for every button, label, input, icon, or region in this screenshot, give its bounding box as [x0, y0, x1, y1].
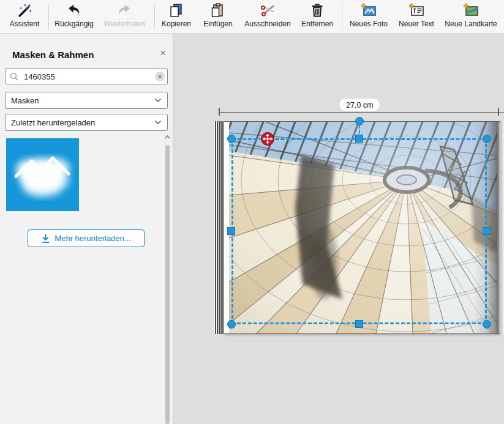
download-more-button[interactable]: Mehr herunterladen...	[28, 229, 145, 247]
ruler-tick-right	[498, 108, 499, 116]
paste-label: Einfügen	[203, 20, 232, 28]
trash-icon	[309, 2, 325, 19]
delete-button[interactable]: Entfernen	[298, 2, 337, 31]
masks-frames-panel: Masken & Rahmen × × Masken Zuletzt herun…	[0, 34, 173, 424]
delete-label: Entfernen	[301, 20, 333, 28]
cut-label: Ausschneiden	[244, 20, 290, 28]
panel-title: Masken & Rahmen	[12, 50, 94, 60]
handle-left-middle[interactable]	[227, 227, 235, 235]
toolbar: Assistent Rückgängig Wiederholen	[0, 0, 504, 34]
toolbar-separator	[154, 4, 155, 29]
new-photo-icon	[360, 2, 377, 19]
search-icon	[10, 72, 18, 81]
redo-button[interactable]: Wiederholen	[99, 2, 149, 31]
paste-icon	[210, 2, 226, 19]
handle-right-middle[interactable]	[483, 227, 491, 235]
redo-label: Wiederholen	[103, 20, 145, 28]
search-input[interactable]	[23, 72, 155, 82]
toolbar-separator	[48, 4, 49, 29]
handle-bottom-right[interactable]	[483, 320, 491, 329]
handle-top-left[interactable]	[227, 135, 236, 143]
copy-label: Kopieren	[162, 20, 191, 28]
app-window: Assistent Rückgängig Wiederholen	[0, 0, 504, 424]
undo-button[interactable]: Rückgängig	[51, 2, 97, 31]
new-photo-button[interactable]: Neues Foto	[347, 2, 391, 31]
search-box: ×	[5, 69, 168, 84]
new-text-label: Neuer Text	[399, 20, 434, 28]
chevron-down-icon	[154, 120, 162, 125]
scrollbar-thumb[interactable]	[165, 145, 170, 424]
new-map-button[interactable]: Neue Landkarte	[442, 2, 500, 31]
next-page-edge	[500, 121, 504, 334]
sort-dropdown[interactable]: Zuletzt heruntergeladen	[5, 114, 168, 131]
assistant-label: Assistent	[10, 20, 40, 28]
page-width-label: 27,0 cm	[339, 98, 380, 112]
assistant-button[interactable]: Assistent	[5, 2, 44, 31]
category-dropdown[interactable]: Masken	[5, 92, 168, 109]
handle-bottom-left[interactable]	[227, 320, 236, 329]
scroll-up-icon[interactable]	[164, 133, 171, 141]
copy-button[interactable]: Kopieren	[158, 2, 195, 31]
copy-icon	[168, 2, 184, 19]
paste-button[interactable]: Einfügen	[198, 2, 238, 31]
cut-button[interactable]: Ausschneiden	[243, 2, 293, 31]
download-icon	[41, 234, 50, 244]
new-map-icon	[462, 2, 480, 19]
handle-bottom-middle[interactable]	[355, 320, 363, 328]
magic-wand-icon	[17, 2, 32, 19]
rotate-handle[interactable]	[355, 117, 364, 125]
selection-frame[interactable]	[231, 138, 487, 324]
sort-dropdown-value: Zuletzt heruntergeladen	[11, 118, 95, 127]
new-map-label: Neue Landkarte	[445, 20, 497, 28]
undo-icon	[66, 2, 82, 19]
ruler-tick-left	[219, 108, 220, 116]
new-text-icon	[408, 2, 425, 19]
move-badge-icon[interactable]	[260, 132, 275, 146]
download-more-label: Mehr herunterladen...	[55, 234, 130, 243]
toolbar-separator	[342, 4, 342, 29]
clear-search-icon[interactable]: ×	[155, 72, 165, 81]
width-ruler	[219, 112, 504, 113]
redo-icon	[116, 2, 132, 19]
mask-thumbnail-cloud[interactable]	[6, 138, 79, 211]
close-icon[interactable]: ×	[157, 48, 168, 59]
undo-label: Rückgängig	[55, 20, 93, 28]
book-spine	[214, 121, 224, 334]
handle-top-middle[interactable]	[355, 135, 363, 143]
scissors-icon	[260, 2, 276, 19]
category-dropdown-value: Masken	[11, 96, 39, 105]
handle-top-right[interactable]	[483, 135, 491, 143]
chevron-down-icon	[154, 98, 162, 103]
new-text-button[interactable]: Neuer Text	[396, 2, 437, 31]
new-photo-label: Neues Foto	[350, 20, 388, 28]
